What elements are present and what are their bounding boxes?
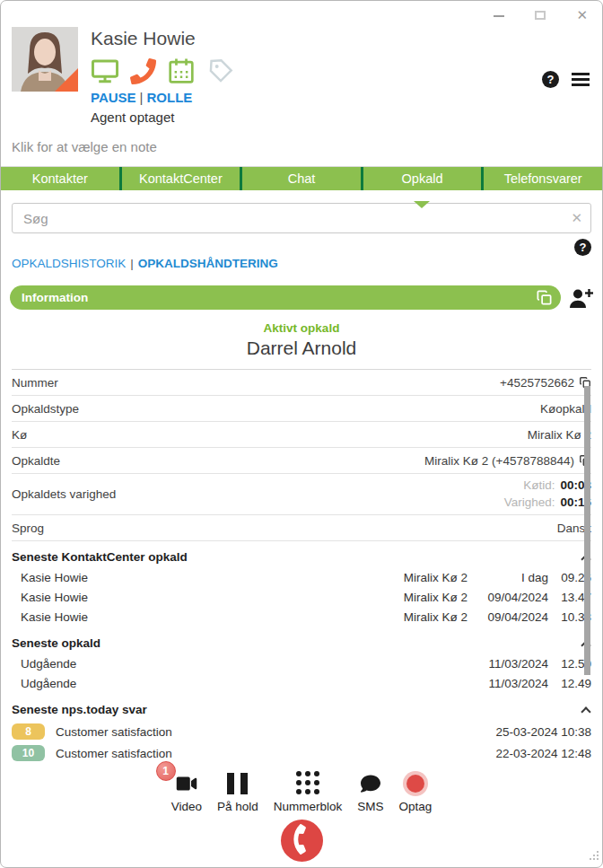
caller-name: Darrel Arnold: [1, 338, 602, 359]
field-label: Opkaldte: [12, 454, 60, 468]
minimize-icon[interactable]: [494, 15, 504, 17]
agent-header: Kasie Howie: [1, 22, 602, 125]
titlebar: ✕: [1, 1, 602, 22]
field-label: Kø: [12, 428, 27, 442]
dialpad-button[interactable]: Nummerblok: [274, 771, 343, 813]
section-nps-today: Seneste nps.today svar 8 Customer satisf…: [12, 694, 591, 764]
row-name: Kasie Howie: [21, 590, 88, 606]
presence-links: PAUSE|ROLLE: [91, 90, 529, 105]
calendar-icon[interactable]: [167, 57, 196, 85]
row-date: 09/04/2024: [475, 590, 548, 606]
search-bar: ✕: [12, 203, 591, 233]
table-row[interactable]: 10 Customer satisfaction 22-03-2024 12:4…: [12, 742, 591, 764]
row-date: I dag: [475, 570, 548, 586]
agent-name: Kasie Howie: [91, 27, 529, 50]
field-label: Sprog: [12, 522, 44, 535]
record-button[interactable]: Optag: [399, 771, 433, 813]
tab-kontaktcenter[interactable]: KontaktCenter: [119, 167, 240, 190]
note-selector[interactable]: Klik for at vælge en note: [1, 125, 602, 167]
nps-score-badge: 10: [12, 745, 45, 761]
resize-grip-icon[interactable]: [590, 848, 599, 864]
dialpad-icon: [296, 771, 319, 795]
maximize-icon[interactable]: [535, 11, 546, 20]
section-title: Seneste nps.today svar: [12, 703, 147, 716]
control-label: Video: [171, 800, 202, 813]
active-tab-pointer: [414, 201, 430, 208]
call-status: Aktivt opkald: [1, 321, 602, 335]
call-details: Nummer +4525752662 Opkaldstype Køopkald …: [12, 369, 591, 541]
section-kontaktcenter-opkald: Seneste KontaktCenter opkald Kasie Howie…: [12, 541, 591, 627]
add-contact-icon[interactable]: [568, 287, 593, 309]
help-icon[interactable]: ?: [542, 71, 559, 88]
role-link[interactable]: ROLLE: [146, 90, 192, 105]
field-label: Nummer: [12, 376, 58, 390]
row-time: 12.49: [555, 676, 591, 692]
section-header[interactable]: Seneste KontaktCenter opkald: [12, 541, 591, 568]
table-row[interactable]: Kasie Howie Miralix Kø 2 I dag 09.26: [12, 568, 591, 588]
row-name: Kasie Howie: [21, 570, 88, 586]
field-varighed: Opkaldets varighed Køtid: 00:03 Varighed…: [12, 474, 591, 515]
avatar[interactable]: [12, 27, 78, 92]
hamburger-menu-icon[interactable]: [572, 73, 590, 86]
table-row[interactable]: Kasie Howie Miralix Kø 2 09/04/2024 13.4…: [12, 588, 591, 608]
field-value: Miralix Kø 2 (+4578788844): [424, 454, 574, 468]
table-row[interactable]: 8 Customer satisfaction 25-03-2024 10:38: [12, 721, 591, 742]
table-row[interactable]: Udgående 11/03/2024 12.50: [12, 654, 591, 674]
nps-datetime: 25-03-2024 10:38: [495, 725, 591, 739]
agent-status-text: Agent optaget: [91, 110, 529, 125]
phone-presence-icon[interactable]: [130, 58, 156, 84]
nav-opkaldshandtering[interactable]: OPKALDSHÅNDTERING: [138, 257, 278, 270]
section-help-icon[interactable]: ?: [574, 239, 591, 256]
row-name: Kasie Howie: [21, 609, 88, 626]
table-row[interactable]: Udgående 11/03/2024 12.49: [12, 674, 591, 694]
pause-icon: [227, 771, 248, 795]
tab-chat[interactable]: Chat: [240, 167, 361, 190]
nav-opkaldshistorik[interactable]: OPKALDSHISTORIK: [12, 257, 126, 270]
call-nav: OPKALDSHISTORIK|OPKALDSHÅNDTERING: [1, 256, 602, 270]
row-date: 09/04/2024: [475, 609, 548, 626]
field-nummer: Nummer +4525752662: [12, 370, 591, 396]
control-label: Nummerblok: [274, 800, 343, 813]
pause-link[interactable]: PAUSE: [91, 90, 136, 105]
sms-icon: [360, 771, 381, 795]
field-value: +4525752662: [500, 376, 574, 390]
collapse-chevron-icon[interactable]: [581, 706, 590, 716]
app-window: ✕ Kasie Howie: [0, 0, 603, 868]
control-label: På hold: [217, 800, 258, 813]
close-icon[interactable]: ✕: [576, 10, 588, 21]
call-controls: 1 Video På hold Nummerblok SMS: [1, 764, 602, 813]
section-header[interactable]: Seneste opkald: [12, 627, 591, 654]
section-title: Seneste KontaktCenter opkald: [12, 550, 188, 564]
video-button[interactable]: 1 Video: [171, 771, 202, 813]
section-title: Seneste opkald: [12, 636, 100, 650]
table-row[interactable]: Kasie Howie Miralix Kø 2 09/04/2024 10.3…: [12, 608, 591, 627]
control-label: SMS: [357, 800, 383, 813]
copy-all-icon[interactable]: [536, 289, 553, 306]
desktop-presence-icon[interactable]: [91, 57, 119, 84]
main-tabs: Kontakter KontaktCenter Chat Opkald Tele…: [1, 167, 602, 190]
hangup-button[interactable]: [281, 820, 323, 862]
tab-kontakter[interactable]: Kontakter: [1, 167, 119, 190]
hold-button[interactable]: På hold: [217, 771, 258, 813]
sms-button[interactable]: SMS: [357, 771, 383, 813]
section-header[interactable]: Seneste nps.today svar: [12, 694, 591, 721]
field-label: Opkaldstype: [12, 402, 79, 416]
queue-time-label: Køtid:: [523, 478, 555, 494]
video-camera-icon: [174, 771, 199, 795]
section-seneste-opkald: Seneste opkald Udgående 11/03/2024 12.50…: [12, 627, 591, 694]
tab-opkald[interactable]: Opkald: [361, 167, 482, 190]
nps-survey-label: Customer satisfaction: [56, 747, 495, 760]
row-queue: Miralix Kø 2: [396, 609, 468, 626]
scrollbar[interactable]: [584, 386, 590, 675]
field-sprog: Sprog Dansk: [12, 515, 591, 541]
field-opkaldstype: Opkaldstype Køopkald: [12, 396, 591, 422]
hangup-phone-icon: [290, 828, 313, 855]
clear-search-icon[interactable]: ✕: [571, 210, 582, 226]
nps-survey-label: Customer satisfaction: [56, 725, 495, 739]
tag-icon[interactable]: [206, 57, 235, 85]
search-input[interactable]: [12, 203, 591, 233]
tab-telefonsvarer[interactable]: Telefonsvarer: [481, 167, 602, 190]
row-name: Udgående: [21, 656, 76, 672]
field-ko: Kø Miralix Kø 2: [12, 422, 591, 448]
information-header[interactable]: Information: [10, 285, 561, 310]
